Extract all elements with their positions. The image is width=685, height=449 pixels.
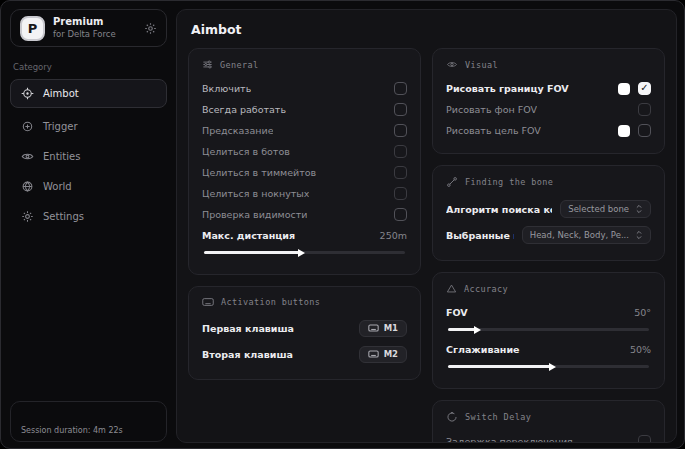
gear-icon[interactable] xyxy=(144,22,157,35)
select-value: Head, Neck, Body, Pe... xyxy=(530,230,629,240)
toggle-row: Целиться в нокнутых xyxy=(202,183,407,204)
slider-label: Сглаживание xyxy=(446,344,520,355)
cards-grid: General Включить Всегда работать Предска… xyxy=(188,48,665,443)
slider-thumb[interactable] xyxy=(298,249,305,257)
sidebar-item-settings[interactable]: Settings xyxy=(10,202,167,231)
visual-card: Visual Рисовать границу FOV Рисовать фон… xyxy=(432,48,665,154)
bone-card-header: Finding the bone xyxy=(446,176,651,188)
brand-text: Premium for Delta Force xyxy=(53,16,116,39)
sidebar-item-entities[interactable]: Entities xyxy=(10,142,167,171)
eye-icon xyxy=(446,59,458,70)
card-header-label: Activation buttons xyxy=(221,297,320,307)
visual-controls xyxy=(618,124,651,137)
sidebar-item-label: World xyxy=(43,181,72,192)
activation-card: Activation buttons Первая клавиша M1 Вто… xyxy=(188,286,421,380)
keybind-row: Вторая клавиша M2 xyxy=(202,341,407,367)
keybind-button-m1[interactable]: M1 xyxy=(359,320,407,337)
selected-bones-select[interactable]: Head, Neck, Body, Pe... xyxy=(522,226,651,244)
slider-thumb[interactable] xyxy=(474,326,481,334)
bone-algorithm-select[interactable]: Selected bone xyxy=(560,200,651,218)
toggle-row: Включить xyxy=(202,78,407,99)
sliders-icon xyxy=(202,59,213,70)
globe-icon xyxy=(21,180,34,193)
color-swatch[interactable] xyxy=(618,125,630,137)
slider-value: 50% xyxy=(630,344,651,355)
max-distance-slider[interactable] xyxy=(204,251,405,254)
app-window: P Premium for Delta Force Category Aimbo… xyxy=(0,0,685,449)
checkbox[interactable] xyxy=(638,82,651,95)
checkbox[interactable] xyxy=(394,166,407,179)
checkbox[interactable] xyxy=(394,124,407,137)
session-duration-text: Session duration: 4m 22s xyxy=(21,426,123,435)
brand-logo: P xyxy=(20,16,45,41)
brand-subtitle: for Delta Force xyxy=(53,29,116,40)
bone-icon xyxy=(446,176,458,188)
right-column: Visual Рисовать границу FOV Рисовать фон… xyxy=(432,48,665,443)
visual-row: Рисовать фон FOV xyxy=(446,99,651,120)
toggle-row: Всегда работать xyxy=(202,99,407,120)
page-title: Aimbot xyxy=(191,22,665,37)
brand-card: P Premium for Delta Force xyxy=(10,9,167,47)
visual-label: Рисовать границу FOV xyxy=(446,83,569,94)
slider-thumb[interactable] xyxy=(549,363,556,371)
select-label: Алгоритм поиска костей xyxy=(446,204,552,215)
toggle-label: Всегда работать xyxy=(202,104,286,115)
checkbox[interactable] xyxy=(638,124,651,137)
timer-icon xyxy=(446,411,458,423)
sidebar-item-trigger[interactable]: Trigger xyxy=(10,112,167,141)
slider-fill xyxy=(448,328,476,331)
keybind-row: Первая клавиша M1 xyxy=(202,315,407,341)
select-value: Selected bone xyxy=(568,204,629,214)
select-row: Выбранные кости Head, Neck, Body, Pe... xyxy=(446,222,651,248)
card-header-label: Visual xyxy=(465,60,498,70)
checkbox[interactable] xyxy=(394,82,407,95)
accuracy-card: Accuracy FOV 50° Сглаживание 50% xyxy=(432,272,665,389)
toggle-label: Предсказание xyxy=(202,125,273,136)
sidebar-item-label: Entities xyxy=(43,151,80,162)
select-label: Выбранные кости xyxy=(446,230,514,241)
checkbox[interactable] xyxy=(394,145,407,158)
bone-card: Finding the bone Алгоритм поиска костей … xyxy=(432,165,665,261)
accuracy-card-header: Accuracy xyxy=(446,283,651,294)
main-panel: Aimbot General Включить xyxy=(176,9,677,443)
keyboard-icon xyxy=(368,350,379,358)
keybind-value: M2 xyxy=(384,349,398,359)
general-card: General Включить Всегда работать Предска… xyxy=(188,48,421,275)
keybind-label: Вторая клавиша xyxy=(202,349,293,360)
slider-label: FOV xyxy=(446,307,468,318)
card-header-label: Accuracy xyxy=(464,284,508,294)
checkbox[interactable] xyxy=(394,208,407,221)
toggle-label: Целиться в нокнутых xyxy=(202,188,309,199)
keybind-value: M1 xyxy=(384,323,398,333)
slider-label: Макс. дистанция xyxy=(202,230,295,241)
keybind-label: Первая клавиша xyxy=(202,323,294,334)
slider-value: 250m xyxy=(380,230,407,241)
sidebar-item-label: Settings xyxy=(43,211,84,222)
session-duration-card: Session duration: 4m 22s xyxy=(10,401,167,442)
checkbox[interactable] xyxy=(394,103,407,116)
smoothing-slider[interactable] xyxy=(448,365,649,368)
toggle-label: Целиться в ботов xyxy=(202,146,290,157)
fov-slider[interactable] xyxy=(448,328,649,331)
sidebar-item-label: Trigger xyxy=(43,121,78,132)
crosshair-icon xyxy=(21,87,34,100)
settings-gear-icon xyxy=(21,210,34,223)
keybind-button-m2[interactable]: M2 xyxy=(359,346,407,363)
slider-value: 50° xyxy=(634,307,651,318)
checkbox[interactable] xyxy=(638,103,651,116)
unfold-icon xyxy=(635,204,643,214)
slider-fill xyxy=(448,365,551,368)
checkbox[interactable] xyxy=(638,435,651,443)
trigger-icon xyxy=(21,120,34,133)
toggle-label: Включить xyxy=(202,83,251,94)
slider-row: Сглаживание 50% xyxy=(446,339,651,360)
general-card-header: General xyxy=(202,59,407,70)
sidebar-item-aimbot[interactable]: Aimbot xyxy=(10,79,167,108)
sidebar-item-world[interactable]: World xyxy=(10,172,167,201)
checkbox[interactable] xyxy=(394,187,407,200)
switch-delay-card: Switch Delay Задержка переключения Задер… xyxy=(432,400,665,443)
brand-title: Premium xyxy=(53,16,116,29)
visual-controls xyxy=(618,82,651,95)
color-swatch[interactable] xyxy=(618,83,630,95)
sidebar: P Premium for Delta Force Category Aimbo… xyxy=(1,1,176,448)
